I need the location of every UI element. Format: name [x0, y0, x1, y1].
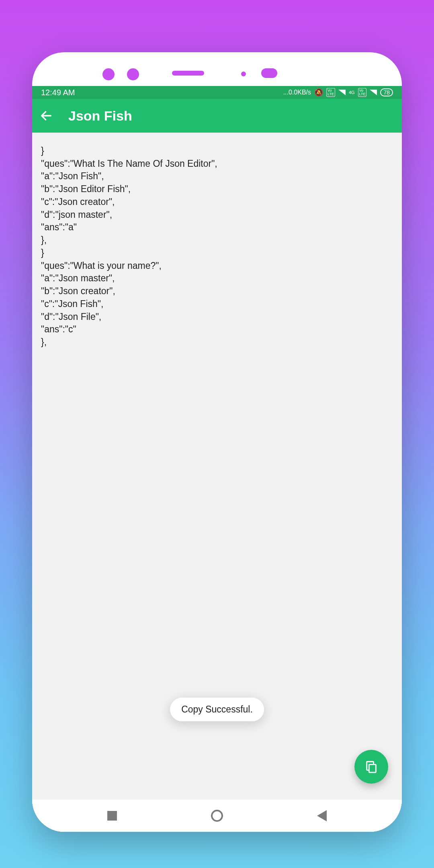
- status-net-speed: ...0.0KB/s: [283, 89, 311, 96]
- triangle-icon: [317, 810, 327, 821]
- copy-fab[interactable]: [354, 750, 388, 784]
- square-icon: [107, 811, 117, 821]
- battery-badge: 78: [380, 88, 393, 96]
- bezel-pill: [261, 68, 277, 78]
- nav-recents-button[interactable]: [107, 811, 117, 821]
- toast: Copy Successful.: [170, 698, 264, 721]
- svg-rect-0: [369, 764, 376, 772]
- status-bar: 12:49 AM ...0.0KB/s 🔕 VoLTE 4G VoLTE 78: [32, 86, 402, 99]
- nav-bar: [32, 800, 402, 832]
- bezel-speaker: [172, 71, 204, 76]
- phone-frame: 12:49 AM ...0.0KB/s 🔕 VoLTE 4G VoLTE 78 …: [32, 52, 402, 832]
- copy-icon: [364, 760, 378, 774]
- volte-icon: VoLTE: [358, 88, 367, 97]
- bezel-dot: [127, 68, 139, 80]
- nav-back-button[interactable]: [317, 810, 327, 821]
- arrow-left-icon: [39, 109, 53, 123]
- app-bar: Json Fish: [32, 99, 402, 133]
- nav-home-button[interactable]: [211, 810, 223, 822]
- bezel-dot: [102, 68, 115, 80]
- back-button[interactable]: [39, 109, 53, 123]
- page-title: Json Fish: [68, 108, 132, 124]
- silent-icon: 🔕: [314, 88, 323, 97]
- status-right: ...0.0KB/s 🔕 VoLTE 4G VoLTE 78: [283, 88, 393, 97]
- screen: 12:49 AM ...0.0KB/s 🔕 VoLTE 4G VoLTE 78 …: [32, 86, 402, 832]
- status-time: 12:49 AM: [41, 88, 75, 97]
- bezel-dot: [241, 72, 246, 76]
- toast-text: Copy Successful.: [181, 704, 253, 714]
- status-net-label: 4G: [349, 90, 355, 95]
- circle-icon: [211, 810, 223, 822]
- volte-icon: VoLTE: [326, 88, 335, 97]
- signal-icon: [370, 90, 377, 95]
- signal-icon: [338, 90, 346, 95]
